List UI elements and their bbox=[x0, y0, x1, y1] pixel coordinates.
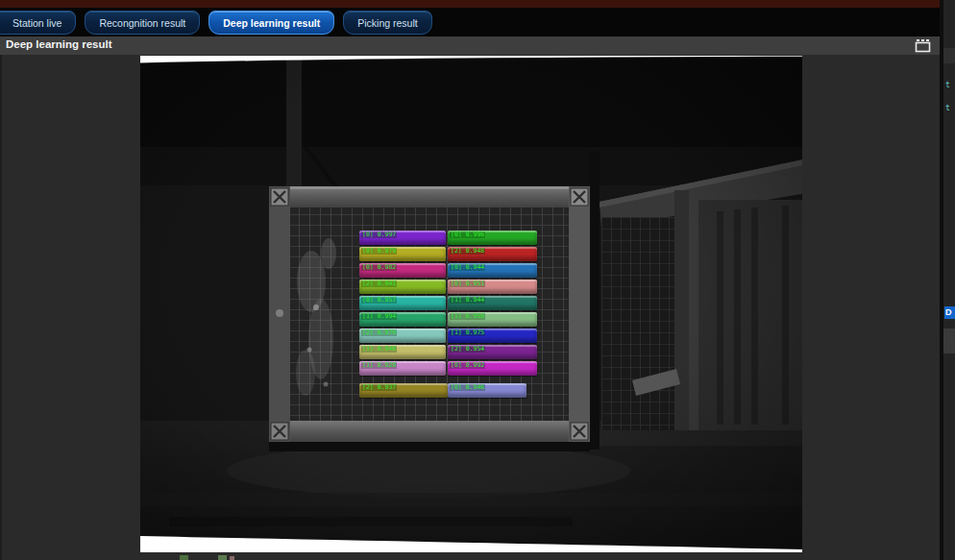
detection-box: [0] 0.979 bbox=[359, 247, 446, 261]
detection-confidence-label: [1] 0.944 bbox=[450, 297, 485, 304]
right-panel-row bbox=[943, 329, 955, 353]
detection-layer: [0] 0.997[0] 0.996[0] 0.979[2] 0.948[0] … bbox=[140, 56, 802, 552]
detection-confidence-label: [0] 0.979 bbox=[361, 248, 397, 255]
clipped-content-fragment bbox=[180, 555, 188, 560]
camera-image: [0] 0.997[0] 0.996[0] 0.979[2] 0.948[0] … bbox=[140, 56, 802, 552]
right-panel-row bbox=[943, 48, 955, 63]
tab-recongnition-result[interactable]: Recongnition result bbox=[85, 11, 200, 35]
tab-bar: Station liveRecongnition resultDeep lear… bbox=[0, 8, 940, 37]
detection-box: [0] 0.996 bbox=[448, 231, 537, 245]
detection-box: [0] 0.951 bbox=[448, 280, 537, 294]
detection-box: [2] 0.979 bbox=[359, 329, 446, 343]
detection-box: [1] 0.958 bbox=[448, 312, 537, 327]
detection-confidence-label: [1] 0.994 bbox=[361, 313, 397, 320]
clipped-content-fragment bbox=[230, 556, 234, 560]
detection-confidence-label: [0] 0.951 bbox=[450, 280, 485, 287]
detection-box: [0] 0.992 bbox=[448, 361, 537, 376]
detection-confidence-label: [1] 0.928 bbox=[361, 362, 397, 369]
right-panel-label-fragment: t bbox=[945, 81, 955, 89]
panel-header: Deep learning result bbox=[0, 37, 940, 55]
detection-confidence-label: [1] 0.975 bbox=[450, 329, 485, 336]
detection-box: [2] 0.937 bbox=[359, 383, 448, 398]
detection-confidence-label: [1] 0.948 bbox=[361, 346, 397, 353]
detection-box: [0] 0.957 bbox=[359, 296, 446, 310]
detection-box: [1] 0.944 bbox=[448, 296, 537, 310]
detection-confidence-label: [0] 0.957 bbox=[361, 297, 397, 304]
tab-deep-learning-result[interactable]: Deep learning result bbox=[208, 11, 334, 35]
detection-confidence-label: [2] 0.979 bbox=[361, 329, 397, 336]
detection-box: [0] 0.982 bbox=[359, 263, 446, 278]
detection-box: [1] 0.994 bbox=[359, 312, 446, 327]
detection-box: [2] 0.954 bbox=[448, 345, 537, 359]
detection-box: [1] 0.975 bbox=[448, 329, 537, 343]
detection-confidence-label: [0] 0.944 bbox=[450, 264, 485, 271]
detection-confidence-label: [0] 0.992 bbox=[450, 362, 485, 369]
app-window: Station liveRecongnition resultDeep lear… bbox=[0, 0, 955, 560]
detection-confidence-label: [0] 0.996 bbox=[450, 231, 485, 238]
detection-box: [2] 0.948 bbox=[448, 247, 537, 261]
tab-station-live[interactable]: Station live bbox=[0, 11, 76, 35]
clipped-content-fragment bbox=[218, 555, 227, 560]
detection-box: [0] 0.997 bbox=[359, 231, 446, 245]
result-view-panel: [0] 0.997[0] 0.996[0] 0.979[2] 0.948[0] … bbox=[0, 55, 940, 560]
detection-confidence-label: [2] 0.937 bbox=[361, 384, 397, 391]
right-panel-label-fragment: t bbox=[945, 104, 955, 112]
detection-confidence-label: [0] 0.982 bbox=[361, 264, 397, 271]
detection-box: [0] 0.944 bbox=[448, 263, 537, 278]
detection-confidence-label: [0] 0.997 bbox=[361, 231, 397, 238]
right-panel-active-tab-fragment[interactable]: D bbox=[944, 306, 955, 319]
window-icon[interactable] bbox=[915, 39, 932, 53]
detection-box: [0] 0.946 bbox=[448, 383, 526, 398]
panel-title: Deep learning result bbox=[6, 38, 112, 50]
detection-confidence-label: [2] 0.948 bbox=[450, 248, 485, 255]
detection-confidence-label: [2] 0.941 bbox=[361, 280, 397, 287]
detection-confidence-label: [0] 0.946 bbox=[450, 384, 485, 391]
right-panel-surface: t t D bbox=[943, 0, 955, 560]
right-edge-panel: t t D bbox=[940, 0, 955, 560]
tab-picking-result[interactable]: Picking result bbox=[343, 11, 431, 35]
detection-confidence-label: [1] 0.958 bbox=[450, 313, 485, 320]
detection-box: [2] 0.941 bbox=[359, 280, 446, 294]
detection-box: [1] 0.928 bbox=[359, 361, 446, 376]
detection-confidence-label: [2] 0.954 bbox=[450, 346, 485, 353]
detection-box: [1] 0.948 bbox=[359, 345, 446, 359]
